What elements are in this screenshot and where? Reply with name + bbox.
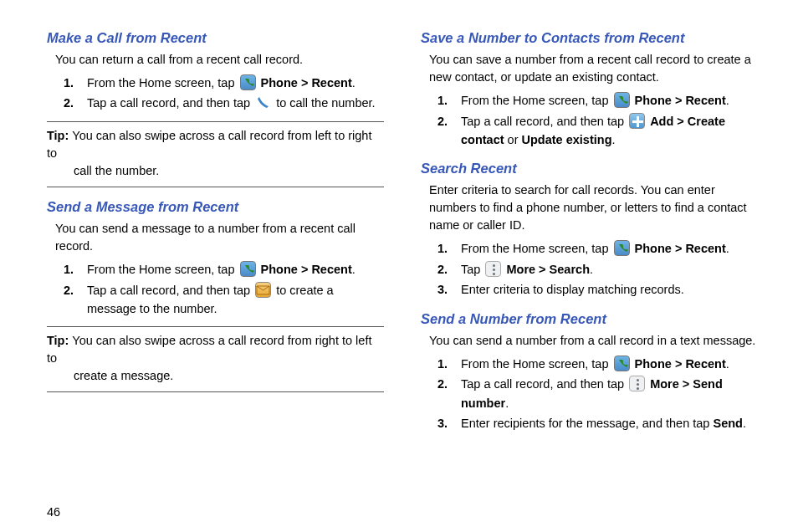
ui-ref: Send bbox=[713, 417, 742, 430]
list-item: Tap a call record, and then tap to call … bbox=[64, 94, 384, 112]
steps-make-call: From the Home screen, tap Phone > Recent… bbox=[64, 74, 384, 113]
step-text: . bbox=[726, 94, 729, 107]
tip-label: Tip: bbox=[47, 129, 72, 142]
steps-send-message: From the Home screen, tap Phone > Recent… bbox=[64, 260, 384, 318]
intro-send-number: You can send a number from a call record… bbox=[429, 332, 758, 350]
heading-search-recent: Search Recent bbox=[421, 161, 758, 176]
step-text: Tap a call record, and then tap bbox=[87, 96, 253, 110]
phone-icon bbox=[614, 240, 630, 256]
page-number: 46 bbox=[47, 505, 60, 519]
phone-icon bbox=[614, 92, 630, 108]
list-item: Tap a call record, and then tap More > S… bbox=[437, 375, 758, 412]
list-item: From the Home screen, tap Phone > Recent… bbox=[437, 355, 758, 373]
step-text: From the Home screen, tap bbox=[461, 94, 612, 107]
list-item: Tap a call record, and then tap to creat… bbox=[64, 281, 384, 319]
step-text: . bbox=[352, 76, 356, 90]
tip-text: call the number. bbox=[74, 162, 384, 180]
step-text: Enter criteria to display matching recor… bbox=[461, 283, 684, 296]
step-text: . bbox=[505, 396, 509, 410]
more-icon bbox=[629, 376, 645, 391]
ui-ref: Phone > Recent bbox=[635, 94, 726, 107]
step-text: Tap a call record, and then tap bbox=[461, 115, 627, 128]
intro-send-message: You can send a message to a number from … bbox=[55, 220, 384, 255]
list-item: Tap a call record, and then tap Add > Cr… bbox=[437, 112, 758, 150]
steps-search-recent: From the Home screen, tap Phone > Recent… bbox=[437, 239, 758, 299]
list-item: Enter recipients for the message, and th… bbox=[437, 414, 758, 432]
step-text: Tap a call record, and then tap bbox=[461, 377, 627, 391]
step-text: Enter recipients for the message, and th… bbox=[461, 417, 713, 430]
right-column: Save a Number to Contacts from Recent Yo… bbox=[421, 30, 758, 435]
phone-icon bbox=[240, 74, 256, 90]
step-text: . bbox=[726, 357, 729, 371]
step-text: . bbox=[612, 133, 616, 146]
step-text: Tap a call record, and then tap bbox=[87, 284, 253, 297]
list-item: Tap More > Search. bbox=[437, 260, 758, 279]
step-text: Tap bbox=[461, 263, 483, 276]
step-text: . bbox=[743, 417, 746, 430]
tip-text: You can also swipe across a call record … bbox=[47, 129, 371, 160]
heading-send-number: Send a Number from Recent bbox=[421, 311, 758, 327]
tip-label: Tip: bbox=[47, 334, 72, 347]
step-text: . bbox=[590, 263, 593, 276]
ui-ref: Update existing bbox=[522, 133, 612, 146]
ui-ref: Phone > Recent bbox=[261, 76, 352, 90]
step-text: . bbox=[726, 242, 729, 255]
intro-make-call: You can return a call from a recent call… bbox=[55, 51, 384, 69]
heading-send-message: Send a Message from Recent bbox=[47, 199, 384, 215]
list-item: From the Home screen, tap Phone > Recent… bbox=[64, 74, 384, 92]
page-columns: Make a Call from Recent You can return a… bbox=[47, 30, 758, 435]
plus-icon bbox=[629, 113, 645, 129]
phone-icon bbox=[240, 261, 256, 277]
list-item: From the Home screen, tap Phone > Recent… bbox=[437, 91, 758, 110]
envelope-icon bbox=[255, 282, 271, 298]
ui-ref: Phone > Recent bbox=[635, 357, 726, 371]
step-text: or bbox=[504, 133, 522, 146]
step-text: From the Home screen, tap bbox=[87, 263, 238, 276]
handset-icon bbox=[255, 95, 271, 110]
step-text: From the Home screen, tap bbox=[461, 242, 612, 255]
heading-save-number: Save a Number to Contacts from Recent bbox=[421, 30, 758, 46]
intro-search-recent: Enter criteria to search for call record… bbox=[429, 182, 758, 234]
left-column: Make a Call from Recent You can return a… bbox=[47, 30, 384, 435]
more-icon bbox=[485, 261, 501, 277]
step-text: From the Home screen, tap bbox=[87, 76, 238, 90]
list-item: Enter criteria to display matching recor… bbox=[437, 280, 758, 299]
ui-ref: More > Search bbox=[506, 263, 590, 276]
step-text: . bbox=[352, 263, 356, 276]
steps-send-number: From the Home screen, tap Phone > Recent… bbox=[437, 355, 758, 433]
ui-ref: Phone > Recent bbox=[261, 263, 352, 276]
step-text: to call the number. bbox=[273, 96, 376, 110]
tip-send-message: Tip: You can also swipe across a call re… bbox=[47, 326, 384, 392]
list-item: From the Home screen, tap Phone > Recent… bbox=[64, 260, 384, 279]
heading-make-call: Make a Call from Recent bbox=[47, 30, 384, 46]
steps-save-number: From the Home screen, tap Phone > Recent… bbox=[437, 91, 758, 149]
phone-icon bbox=[614, 356, 630, 371]
tip-text: create a message. bbox=[74, 367, 384, 385]
step-text: From the Home screen, tap bbox=[461, 357, 612, 371]
tip-text: You can also swipe across a call record … bbox=[47, 334, 371, 365]
list-item: From the Home screen, tap Phone > Recent… bbox=[437, 239, 758, 258]
intro-save-number: You can save a number from a recent call… bbox=[429, 51, 758, 86]
ui-ref: Phone > Recent bbox=[635, 242, 726, 255]
tip-make-call: Tip: You can also swipe across a call re… bbox=[47, 121, 384, 187]
